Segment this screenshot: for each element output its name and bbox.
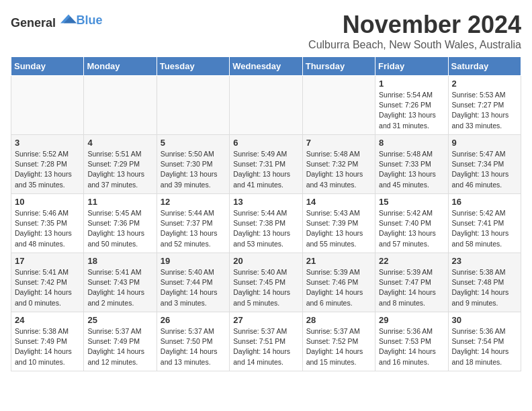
day-number: 23 — [452, 256, 517, 266]
day-info: Sunrise: 5:43 AM Sunset: 7:39 PM Dayligh… — [306, 208, 371, 249]
calendar-cell: 7Sunrise: 5:48 AM Sunset: 7:32 PM Daylig… — [302, 135, 375, 194]
calendar-cell: 26Sunrise: 5:37 AM Sunset: 7:50 PM Dayli… — [157, 312, 229, 371]
weekday-header-wednesday: Wednesday — [230, 57, 302, 76]
weekday-header-monday: Monday — [84, 57, 157, 76]
calendar-cell: 17Sunrise: 5:41 AM Sunset: 7:42 PM Dayli… — [11, 253, 84, 312]
day-number: 9 — [452, 138, 517, 148]
day-info: Sunrise: 5:48 AM Sunset: 7:32 PM Dayligh… — [306, 149, 371, 190]
calendar-cell: 23Sunrise: 5:38 AM Sunset: 7:48 PM Dayli… — [448, 253, 521, 312]
day-info: Sunrise: 5:40 AM Sunset: 7:45 PM Dayligh… — [233, 267, 298, 308]
day-info: Sunrise: 5:38 AM Sunset: 7:49 PM Dayligh… — [15, 326, 80, 367]
calendar-week-row: 24Sunrise: 5:38 AM Sunset: 7:49 PM Dayli… — [11, 312, 521, 371]
day-number: 30 — [452, 315, 517, 325]
day-number: 28 — [306, 315, 371, 325]
calendar-week-row: 17Sunrise: 5:41 AM Sunset: 7:42 PM Dayli… — [11, 253, 521, 312]
day-info: Sunrise: 5:37 AM Sunset: 7:51 PM Dayligh… — [233, 326, 298, 367]
day-number: 10 — [15, 197, 80, 207]
calendar-cell: 22Sunrise: 5:39 AM Sunset: 7:47 PM Dayli… — [375, 253, 448, 312]
location-title: Culburra Beach, New South Wales, Austral… — [308, 39, 521, 51]
day-info: Sunrise: 5:36 AM Sunset: 7:53 PM Dayligh… — [379, 326, 444, 367]
calendar-cell: 19Sunrise: 5:40 AM Sunset: 7:44 PM Dayli… — [157, 253, 229, 312]
day-number: 19 — [161, 256, 226, 266]
day-info: Sunrise: 5:54 AM Sunset: 7:26 PM Dayligh… — [379, 90, 444, 131]
calendar-cell: 16Sunrise: 5:42 AM Sunset: 7:41 PM Dayli… — [448, 194, 521, 253]
calendar-cell — [84, 76, 157, 135]
logo-general: General — [11, 16, 56, 30]
calendar-cell: 6Sunrise: 5:49 AM Sunset: 7:31 PM Daylig… — [230, 135, 302, 194]
calendar-cell: 11Sunrise: 5:45 AM Sunset: 7:36 PM Dayli… — [84, 194, 157, 253]
day-number: 22 — [379, 256, 444, 266]
day-info: Sunrise: 5:37 AM Sunset: 7:52 PM Dayligh… — [306, 326, 371, 367]
calendar-cell: 30Sunrise: 5:36 AM Sunset: 7:54 PM Dayli… — [448, 312, 521, 371]
logo-icon — [60, 11, 77, 27]
calendar-cell: 21Sunrise: 5:39 AM Sunset: 7:46 PM Dayli… — [302, 253, 375, 312]
logo: General Blue — [11, 11, 103, 30]
day-number: 21 — [306, 256, 371, 266]
weekday-header-row: SundayMondayTuesdayWednesdayThursdayFrid… — [11, 57, 521, 76]
calendar-cell: 20Sunrise: 5:40 AM Sunset: 7:45 PM Dayli… — [230, 253, 302, 312]
day-info: Sunrise: 5:45 AM Sunset: 7:36 PM Dayligh… — [87, 208, 152, 249]
day-info: Sunrise: 5:37 AM Sunset: 7:50 PM Dayligh… — [161, 326, 226, 367]
day-number: 20 — [233, 256, 298, 266]
calendar-cell: 12Sunrise: 5:44 AM Sunset: 7:37 PM Dayli… — [157, 194, 229, 253]
day-number: 8 — [379, 138, 444, 148]
day-number: 18 — [87, 256, 152, 266]
calendar-cell: 1Sunrise: 5:54 AM Sunset: 7:26 PM Daylig… — [375, 76, 448, 135]
day-info: Sunrise: 5:44 AM Sunset: 7:38 PM Dayligh… — [233, 208, 298, 249]
day-info: Sunrise: 5:42 AM Sunset: 7:40 PM Dayligh… — [379, 208, 444, 249]
day-info: Sunrise: 5:49 AM Sunset: 7:31 PM Dayligh… — [233, 149, 298, 190]
day-info: Sunrise: 5:39 AM Sunset: 7:47 PM Dayligh… — [379, 267, 444, 308]
month-title: November 2024 — [308, 11, 521, 39]
day-number: 4 — [87, 138, 152, 148]
day-number: 14 — [306, 197, 371, 207]
calendar-cell — [157, 76, 229, 135]
calendar-cell: 18Sunrise: 5:41 AM Sunset: 7:43 PM Dayli… — [84, 253, 157, 312]
calendar-cell: 4Sunrise: 5:51 AM Sunset: 7:29 PM Daylig… — [84, 135, 157, 194]
day-number: 11 — [87, 197, 152, 207]
day-number: 16 — [452, 197, 517, 207]
calendar-cell: 2Sunrise: 5:53 AM Sunset: 7:27 PM Daylig… — [448, 76, 521, 135]
day-info: Sunrise: 5:47 AM Sunset: 7:34 PM Dayligh… — [452, 149, 517, 190]
day-info: Sunrise: 5:41 AM Sunset: 7:43 PM Dayligh… — [87, 267, 152, 308]
calendar-week-row: 1Sunrise: 5:54 AM Sunset: 7:26 PM Daylig… — [11, 76, 521, 135]
day-number: 26 — [161, 315, 226, 325]
logo-blue: Blue — [77, 13, 103, 27]
calendar-cell: 27Sunrise: 5:37 AM Sunset: 7:51 PM Dayli… — [230, 312, 302, 371]
day-info: Sunrise: 5:51 AM Sunset: 7:29 PM Dayligh… — [87, 149, 152, 190]
page-header: General Blue November 2024 Culburra Beac… — [11, 11, 521, 51]
calendar-cell: 24Sunrise: 5:38 AM Sunset: 7:49 PM Dayli… — [11, 312, 84, 371]
day-info: Sunrise: 5:36 AM Sunset: 7:54 PM Dayligh… — [452, 326, 517, 367]
calendar-cell: 3Sunrise: 5:52 AM Sunset: 7:28 PM Daylig… — [11, 135, 84, 194]
day-info: Sunrise: 5:38 AM Sunset: 7:48 PM Dayligh… — [452, 267, 517, 308]
calendar-cell: 10Sunrise: 5:46 AM Sunset: 7:35 PM Dayli… — [11, 194, 84, 253]
calendar-week-row: 3Sunrise: 5:52 AM Sunset: 7:28 PM Daylig… — [11, 135, 521, 194]
title-section: November 2024 Culburra Beach, New South … — [308, 11, 521, 51]
calendar-cell: 5Sunrise: 5:50 AM Sunset: 7:30 PM Daylig… — [157, 135, 229, 194]
weekday-header-thursday: Thursday — [302, 57, 375, 76]
day-info: Sunrise: 5:53 AM Sunset: 7:27 PM Dayligh… — [452, 90, 517, 131]
day-number: 2 — [452, 79, 517, 89]
calendar-cell: 8Sunrise: 5:48 AM Sunset: 7:33 PM Daylig… — [375, 135, 448, 194]
day-info: Sunrise: 5:46 AM Sunset: 7:35 PM Dayligh… — [15, 208, 80, 249]
day-number: 15 — [379, 197, 444, 207]
calendar-table: SundayMondayTuesdayWednesdayThursdayFrid… — [11, 56, 521, 371]
weekday-header-friday: Friday — [375, 57, 448, 76]
day-number: 7 — [306, 138, 371, 148]
calendar-cell — [11, 76, 84, 135]
weekday-header-tuesday: Tuesday — [157, 57, 229, 76]
day-info: Sunrise: 5:48 AM Sunset: 7:33 PM Dayligh… — [379, 149, 444, 190]
day-number: 25 — [87, 315, 152, 325]
day-info: Sunrise: 5:50 AM Sunset: 7:30 PM Dayligh… — [161, 149, 226, 190]
day-info: Sunrise: 5:40 AM Sunset: 7:44 PM Dayligh… — [161, 267, 226, 308]
weekday-header-saturday: Saturday — [448, 57, 521, 76]
calendar-cell — [302, 76, 375, 135]
calendar-cell: 25Sunrise: 5:37 AM Sunset: 7:49 PM Dayli… — [84, 312, 157, 371]
calendar-cell: 9Sunrise: 5:47 AM Sunset: 7:34 PM Daylig… — [448, 135, 521, 194]
day-number: 3 — [15, 138, 80, 148]
calendar-cell: 28Sunrise: 5:37 AM Sunset: 7:52 PM Dayli… — [302, 312, 375, 371]
day-number: 6 — [233, 138, 298, 148]
calendar-week-row: 10Sunrise: 5:46 AM Sunset: 7:35 PM Dayli… — [11, 194, 521, 253]
day-number: 12 — [161, 197, 226, 207]
calendar-cell — [230, 76, 302, 135]
day-number: 27 — [233, 315, 298, 325]
